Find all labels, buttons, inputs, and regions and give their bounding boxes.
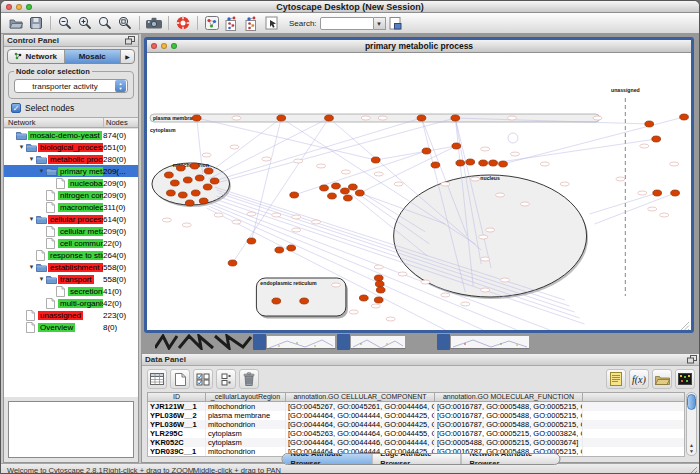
tree-expander-icon[interactable]: ▼ <box>27 156 36 162</box>
node-color-dropdown[interactable]: transporter activity ▲▼ <box>14 79 128 93</box>
network-node[interactable] <box>195 175 204 181</box>
birdseye-view[interactable] <box>8 401 134 458</box>
network-node[interactable] <box>417 115 426 121</box>
network-node[interactable] <box>348 184 357 190</box>
network-node[interactable] <box>375 281 384 287</box>
tree-expander-icon[interactable]: ▼ <box>17 144 26 150</box>
network-window-titlebar[interactable]: primary metabolic process <box>147 40 691 53</box>
scrollbar-thumb[interactable] <box>687 394 696 410</box>
network-node[interactable] <box>341 188 350 194</box>
tab-network-attribute-browser[interactable]: Network Attribute Browser <box>461 454 559 464</box>
snapshot-camera-icon[interactable] <box>145 14 163 32</box>
network-node[interactable] <box>328 193 337 199</box>
network-node[interactable] <box>376 287 385 293</box>
table-scrollbar[interactable]: ▲▼ <box>686 392 697 456</box>
network-node[interactable] <box>451 115 460 121</box>
network-node[interactable] <box>300 298 309 304</box>
table-mode-icon[interactable] <box>147 369 167 389</box>
tree-column-network[interactable]: Network <box>4 118 104 127</box>
export-network-icon[interactable] <box>243 14 261 32</box>
network-node[interactable] <box>277 115 286 121</box>
float-panel-icon[interactable] <box>125 36 135 45</box>
zoom-out-icon[interactable] <box>56 14 74 32</box>
network-node[interactable] <box>166 190 175 196</box>
open-file-button[interactable] <box>7 14 25 32</box>
network-node[interactable] <box>422 148 431 154</box>
network-node[interactable] <box>228 260 237 266</box>
formula-builder-icon[interactable]: f(x) <box>629 369 649 389</box>
network-node[interactable] <box>185 200 194 206</box>
network-canvas-container[interactable]: plasma membranecytoplasmmitochondrionnuc… <box>147 54 691 330</box>
network-node[interactable] <box>652 136 661 142</box>
tree-expander-icon[interactable]: ▼ <box>37 276 46 282</box>
network-view-window[interactable]: primary metabolic process plasma membran… <box>144 37 694 333</box>
network-node[interactable] <box>374 297 383 303</box>
tree-row[interactable]: ▼cellular process614(0) <box>4 213 138 225</box>
tree-row[interactable]: ▼primary metabo209(... <box>4 165 138 177</box>
network-node[interactable] <box>325 115 334 121</box>
scrollbar-arrows[interactable]: ▲▼ <box>687 442 696 454</box>
app-titlebar[interactable]: Cytoscape Desktop (New Session) <box>1 1 699 13</box>
delete-attribute-trash-icon[interactable] <box>239 369 259 389</box>
tree-expander-icon[interactable]: ▼ <box>37 168 46 174</box>
network-node[interactable] <box>275 247 284 253</box>
network-node[interactable] <box>183 177 192 183</box>
column-header-molecular-function[interactable]: annotation.GO MOLECULAR_FUNCTION <box>435 393 583 401</box>
tree-expander-icon[interactable]: ▼ <box>27 216 36 222</box>
network-node[interactable] <box>680 114 689 120</box>
tree-column-nodes[interactable]: Nodes <box>104 118 138 127</box>
column-header-region[interactable]: _cellularLayoutRegion <box>206 393 286 401</box>
network-node[interactable] <box>359 295 368 301</box>
tab-mosaic[interactable]: Mosaic <box>65 50 122 63</box>
network-node[interactable] <box>210 178 219 184</box>
tree-row[interactable]: nitrogen compo209(0) <box>4 189 138 201</box>
network-node[interactable] <box>176 165 185 171</box>
table-row[interactable]: YPL036W__2plasma membrane[GO:0044464, GO… <box>148 411 684 420</box>
table-row[interactable]: YJR121W__1mitochondrion[GO:0045267, GO:0… <box>148 402 684 411</box>
network-node[interactable] <box>355 190 364 196</box>
tree-row[interactable]: ▼metabolic process280(0) <box>4 153 138 165</box>
network-node[interactable] <box>456 160 465 166</box>
network-node[interactable] <box>466 159 475 165</box>
search-settings-icon[interactable] <box>387 14 405 32</box>
tree-row[interactable]: ▼biological_process651(0) <box>4 141 138 153</box>
network-node[interactable] <box>287 245 296 251</box>
network-node[interactable] <box>192 115 201 121</box>
tree-row[interactable]: response to stimulu264(0) <box>4 249 138 261</box>
network-node[interactable] <box>332 183 341 189</box>
tree-row[interactable]: mosaic-demo-yeast874(0) <box>4 129 138 141</box>
network-node[interactable] <box>191 190 200 196</box>
vizmapper-icon[interactable] <box>203 14 221 32</box>
zoom-fit-icon[interactable] <box>96 14 114 32</box>
search-input[interactable] <box>320 17 374 30</box>
select-nodes-checkbox[interactable]: ✓ <box>11 103 21 113</box>
select-attributes-icon[interactable] <box>193 369 213 389</box>
tab-network[interactable]: Network <box>8 50 65 63</box>
network-node[interactable] <box>170 180 179 186</box>
network-node[interactable] <box>320 185 329 191</box>
tree-row[interactable]: macromolecule311(0) <box>4 201 138 213</box>
network-node[interactable] <box>290 192 299 198</box>
table-row[interactable]: YLR295Ccytoplasm[GO:0045263, GO:0044464,… <box>148 429 684 438</box>
import-network-icon[interactable] <box>223 14 241 32</box>
network-node[interactable] <box>204 168 213 174</box>
annotation-icon[interactable] <box>263 14 281 32</box>
network-node[interactable] <box>645 121 654 127</box>
column-header-id[interactable]: ID <box>148 393 206 401</box>
tree-row[interactable]: ▼establishment of lo558(0) <box>4 261 138 273</box>
matrix-heatmap-icon[interactable] <box>675 369 695 389</box>
network-node[interactable] <box>190 163 199 169</box>
help-lifesaver-icon[interactable] <box>174 14 192 32</box>
canvas-resize-grip-icon[interactable] <box>681 322 689 330</box>
tree-row[interactable]: ▼transport558(0) <box>4 273 138 285</box>
tab-node-attribute-browser[interactable]: Node Attribute Browser <box>283 454 373 464</box>
tree-expander-icon[interactable]: ▼ <box>27 264 36 270</box>
network-node[interactable] <box>653 190 662 196</box>
network-node[interactable] <box>479 160 488 166</box>
tree-row[interactable]: cell communicat22(0) <box>4 237 138 249</box>
network-node[interactable] <box>272 298 281 304</box>
network-node[interactable] <box>203 184 212 190</box>
tab-edge-attribute-browser[interactable]: Edge Attribute Browser <box>372 454 461 464</box>
network-node[interactable] <box>344 195 353 201</box>
network-node[interactable] <box>452 143 461 149</box>
